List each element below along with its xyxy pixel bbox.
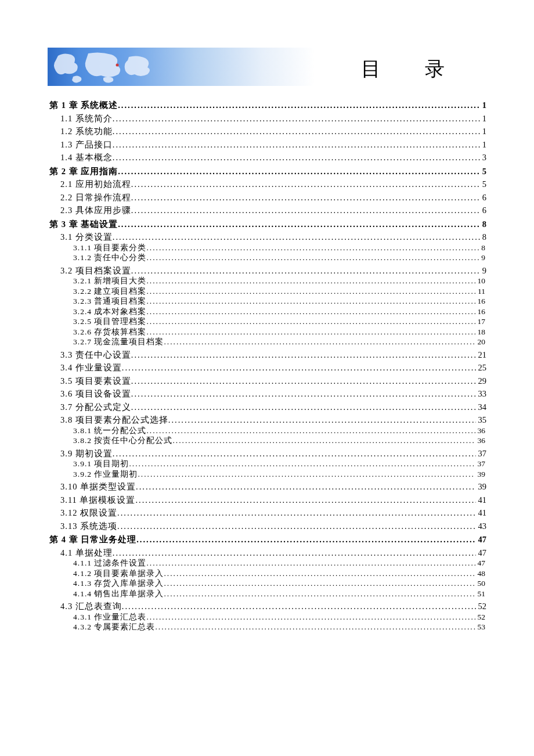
toc-entry-label: 3.4 作业量设置: [60, 363, 122, 372]
toc-entry-page: 16: [475, 297, 487, 305]
toc-entry-page: 41: [476, 496, 487, 505]
toc-entry-page: 47: [475, 559, 487, 567]
toc-entry-label: 3.1.2 责任中心分类: [73, 254, 146, 262]
toc-entry-page: 9: [479, 254, 486, 262]
toc-entry: 第 2 章 应用指南..............................…: [49, 167, 486, 176]
toc-entry-label: 4.1.4 销售出库单据录入: [73, 590, 164, 598]
toc-leader-dots: ........................................…: [146, 287, 475, 296]
toc-leader-dots: ........................................…: [113, 141, 480, 149]
toc-entry-page: 1: [480, 141, 486, 149]
toc-entry: 第 1 章 系统概述..............................…: [49, 101, 486, 110]
toc-leader-dots: ........................................…: [146, 254, 479, 262]
toc-leader-dots: ........................................…: [131, 193, 480, 202]
toc-entry-label: 第 3 章 基础设置: [49, 220, 118, 229]
toc-leader-dots: ........................................…: [118, 167, 480, 176]
toc-entry-label: 2.1 应用初始流程: [60, 180, 131, 189]
toc-entry: 1.2 系统功能................................…: [60, 127, 486, 136]
toc-leader-dots: ........................................…: [155, 623, 475, 631]
toc-entry-label: 3.10 单据类型设置: [60, 483, 136, 491]
toc-entry: 3.8.1 统一分配公式............................…: [73, 427, 486, 435]
toc-leader-dots: ........................................…: [113, 153, 480, 162]
toc-entry-page: 8: [480, 220, 486, 229]
toc-entry: 4.1.1 过滤条件设置............................…: [73, 559, 486, 567]
toc-entry-page: 29: [476, 377, 487, 386]
toc-leader-dots: ........................................…: [146, 277, 475, 285]
toc-entry-page: 1: [480, 114, 486, 123]
toc-leader-dots: ........................................…: [117, 509, 476, 517]
toc-leader-dots: ........................................…: [146, 559, 475, 567]
toc-entry: 3.2.2 建立项目档案............................…: [73, 287, 486, 296]
toc-entry: 3.9.2 作业量期初.............................…: [73, 470, 486, 478]
toc-leader-dots: ........................................…: [136, 535, 475, 544]
toc-leader-dots: ........................................…: [113, 114, 480, 123]
toc-entry-label: 3.1 分类设置: [60, 233, 113, 242]
toc-entry: 4.3.1 作业量汇总表............................…: [73, 613, 486, 621]
toc-entry-label: 3.12 权限设置: [60, 509, 117, 517]
toc-leader-dots: ........................................…: [146, 328, 475, 336]
toc-leader-dots: ........................................…: [131, 351, 476, 359]
toc-entry-page: 50: [475, 579, 487, 588]
toc-entry-label: 1.2 系统功能: [60, 127, 113, 136]
toc-entry-label: 4.3.1 作业量汇总表: [73, 613, 146, 621]
toc-entry-page: 5: [480, 167, 486, 176]
svg-point-0: [116, 64, 119, 67]
toc-leader-dots: ........................................…: [146, 308, 475, 316]
toc-leader-dots: ........................................…: [118, 101, 480, 110]
toc-leader-dots: ........................................…: [131, 403, 476, 412]
toc-leader-dots: ........................................…: [136, 483, 476, 491]
toc-entry-label: 4.3.2 专属要素汇总表: [73, 623, 155, 631]
toc-entry-label: 2.2 日常操作流程: [60, 193, 131, 202]
toc-entry-label: 第 1 章 系统概述: [49, 101, 118, 110]
toc-entry-page: 37: [476, 449, 487, 458]
toc-leader-dots: ........................................…: [113, 127, 480, 136]
toc-entry: 第 3 章 基础设置..............................…: [49, 220, 486, 229]
toc-entry: 4.1 单据处理................................…: [60, 549, 486, 557]
toc-entry-page: 8: [480, 233, 486, 242]
toc-leader-dots: ........................................…: [164, 590, 475, 598]
toc-entry: 4.3 汇总表查询...............................…: [60, 602, 486, 611]
toc-entry-page: 47: [476, 535, 487, 544]
toc-entry: 3.8.2 按责任中心分配公式.........................…: [73, 437, 486, 445]
toc-entry-label: 第 2 章 应用指南: [49, 167, 118, 176]
toc-leader-dots: ........................................…: [164, 579, 475, 588]
toc-entry: 3.5 项目要素设置..............................…: [60, 377, 486, 386]
toc-entry-page: 20: [475, 338, 487, 346]
toc-entry-page: 17: [475, 318, 487, 326]
toc-leader-dots: ........................................…: [146, 427, 475, 435]
toc-entry-label: 3.8 项目要素分配公式选择: [60, 416, 168, 424]
toc-leader-dots: ........................................…: [117, 522, 476, 531]
toc-entry: 3.2.3 普通项目档案............................…: [73, 297, 486, 305]
toc-entry-label: 3.2.4 成本对象档案: [73, 308, 146, 316]
toc-entry-page: 36: [475, 427, 487, 435]
toc-entry: 3.2.7 现金流量项目档案..........................…: [73, 338, 486, 346]
toc-entry: 3.1.1 项目要素分类............................…: [73, 244, 486, 252]
toc-entry-page: 11: [475, 287, 486, 296]
toc-entry-page: 53: [475, 623, 487, 631]
toc-entry-page: 52: [476, 602, 487, 611]
toc-entry-label: 1.1 系统简介: [60, 114, 113, 123]
toc-leader-dots: ........................................…: [129, 460, 475, 468]
toc-leader-dots: ........................................…: [138, 470, 475, 478]
toc-leader-dots: ........................................…: [113, 549, 476, 557]
toc-entry-page: 1: [480, 101, 486, 110]
toc-entry-page: 37: [475, 460, 487, 468]
toc-leader-dots: ........................................…: [113, 449, 476, 458]
toc-leader-dots: ........................................…: [146, 318, 475, 326]
toc-entry: 3.13 系统选项...............................…: [60, 522, 486, 531]
toc-entry-label: 3.9.1 项目期初: [73, 460, 129, 468]
toc-leader-dots: ........................................…: [131, 377, 476, 386]
toc-entry-label: 3.7 分配公式定义: [60, 403, 131, 412]
toc-leader-dots: ........................................…: [164, 570, 475, 578]
toc-entry-label: 3.9 期初设置: [60, 449, 113, 458]
toc-entry-label: 3.2.5 项目管理档案: [73, 318, 146, 326]
toc-entry-page: 34: [476, 403, 487, 412]
toc-entry: 3.2.6 存货核算档案............................…: [73, 328, 486, 336]
toc-leader-dots: ........................................…: [146, 297, 475, 305]
toc-entry: 3.10 单据类型设置.............................…: [60, 483, 486, 491]
toc-entry-page: 6: [480, 206, 486, 215]
toc-entry-label: 3.2.2 建立项目档案: [73, 287, 146, 296]
toc-entry: 4.1.4 销售出库单据录入..........................…: [73, 590, 486, 598]
toc-entry-label: 2.3 具体应用步骤: [60, 206, 131, 215]
toc-leader-dots: ........................................…: [146, 613, 475, 621]
toc-entry-page: 21: [476, 351, 487, 359]
